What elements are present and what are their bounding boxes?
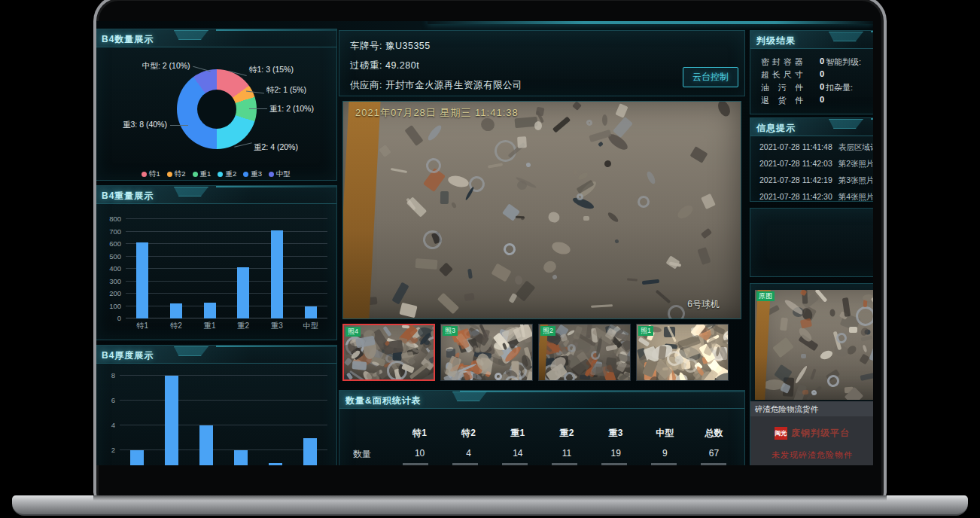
- bar-特1: [136, 242, 148, 318]
- weight-bar-chart: 0100200300400500600700800特1特2重1重2重3中型: [126, 219, 327, 318]
- bar-column: 重2: [227, 219, 260, 318]
- thumbnail-photo3[interactable]: 照3: [440, 324, 533, 381]
- smart-grading-label: 智能判级:: [826, 56, 861, 68]
- thumbnail-photo2[interactable]: 照2: [538, 324, 631, 381]
- thumbnail-photo1[interactable]: 照1: [636, 324, 729, 381]
- scrap-piece: [344, 358, 352, 366]
- bar-column: 特1: [120, 376, 154, 465]
- info-panel-header: 信息提示: [750, 118, 873, 136]
- scrap-piece: [415, 258, 437, 270]
- column-header: 特1: [395, 427, 444, 440]
- donut-callout: 重2: 4 (20%): [254, 142, 298, 153]
- table-cell: 4: [444, 448, 493, 461]
- bar-label: 特2: [160, 321, 193, 331]
- scrap-piece: [607, 212, 619, 224]
- legend-item: 中型: [269, 169, 291, 179]
- legend-dot: [142, 172, 147, 177]
- ptz-control-button[interactable]: 云台控制: [683, 67, 738, 87]
- scrap-piece: [473, 373, 477, 379]
- dashboard-screen: B4数量展示 中型: 2 (10%) 特1: 3 (15%) 特2: 1 (5%…: [96, 21, 873, 465]
- scrap-piece: [516, 216, 525, 219]
- scrap-piece: [800, 318, 812, 328]
- bar-column: 重1: [193, 219, 227, 318]
- legend-item: 特1: [142, 169, 160, 179]
- scrap-piece: [627, 279, 638, 282]
- scrap-piece: [426, 123, 443, 142]
- legend-item: 特2: [167, 169, 186, 179]
- bar-重2: [237, 267, 249, 318]
- thickness-bar-chart: 2468特1特2重1重2重3中型: [120, 376, 327, 465]
- log-text: 第3张照片表层开始计算: [838, 175, 873, 184]
- scrap-piece: [502, 242, 518, 257]
- bar-重3: [271, 230, 283, 318]
- scrap-piece: [514, 275, 523, 285]
- scrap-piece: [572, 101, 582, 111]
- scrap-piece: [689, 147, 708, 164]
- grading-value: 0: [820, 56, 824, 66]
- scrap-piece: [666, 256, 680, 270]
- bar-label: 特1: [126, 321, 160, 331]
- bar-label: 重3: [260, 321, 294, 331]
- scrap-piece: [645, 171, 656, 186]
- scrap-piece: [794, 365, 808, 385]
- log-time: 2021-07-28 11:42:30: [759, 192, 832, 201]
- scrap-piece: [802, 361, 811, 365]
- grading-label: 退货件: [761, 95, 803, 106]
- table-cell: 19: [592, 448, 641, 461]
- scrap-piece: [614, 239, 619, 244]
- bar-column: 中型: [293, 376, 327, 465]
- scrap-piece: [348, 253, 367, 264]
- donut-callout: 中型: 2 (10%): [142, 61, 190, 72]
- table-header-row: 特1 特2 重1 重2 重3 中型 总数: [348, 427, 738, 440]
- log-text: 第4张照片表层开始计算: [838, 192, 873, 201]
- table-cell: 9: [641, 448, 689, 461]
- thickness-panel-header: B4厚度展示: [96, 346, 336, 364]
- axis-tick: 400: [103, 264, 121, 273]
- weight-panel-header: B4重量展示: [96, 186, 336, 204]
- scrap-piece: [862, 345, 867, 353]
- bar-column: 中型: [294, 219, 327, 318]
- grading-row: 油污件0: [761, 82, 803, 93]
- table-cell: 14: [493, 448, 542, 461]
- scrap-piece: [659, 346, 667, 360]
- thumbnail-tag: 照3: [443, 326, 458, 336]
- bar-重1: [199, 425, 213, 465]
- scrap-piece: [577, 172, 589, 181]
- grading-row: 超长尺寸0: [761, 69, 803, 81]
- scrap-piece: [602, 114, 607, 126]
- scrap-piece: [399, 303, 417, 318]
- empty-side-panel: [750, 208, 873, 277]
- legend-item: 重2: [218, 169, 236, 179]
- scrap-piece: [420, 228, 444, 252]
- legend-dot: [218, 172, 223, 177]
- weight-panel-title: B4重量展示: [96, 186, 154, 203]
- scrap-piece: [810, 368, 817, 379]
- scrap-piece: [552, 274, 558, 280]
- detection-warning-text: 未发现碎渣危险物件: [750, 449, 873, 461]
- weight-value: 49.280t: [385, 60, 419, 71]
- scrap-piece: [641, 279, 659, 285]
- scrap-piece: [833, 344, 850, 358]
- log-line: 2021-07-28 11:42:19第3张照片表层开始计算: [759, 175, 873, 186]
- weight-label: 过磅重:: [350, 60, 382, 71]
- scrap-piece: [662, 367, 668, 371]
- bar-column: 重1: [189, 376, 224, 465]
- bar-column: 重2: [224, 376, 258, 465]
- axis-tick: 0: [103, 314, 121, 322]
- scrap-piece: [552, 117, 571, 133]
- grading-value: 0: [820, 82, 824, 91]
- axis-tick: 700: [103, 227, 121, 236]
- scrap-piece: [598, 141, 604, 147]
- scrap-piece: [616, 103, 628, 117]
- donut-callout: 重3: 8 (40%): [123, 120, 167, 130]
- log-time: 2021-07-28 11:42:19: [759, 175, 832, 184]
- column-header: 总数: [689, 427, 738, 440]
- legend-label: 特1: [149, 169, 160, 179]
- thumbnail-photo4[interactable]: 照4: [342, 324, 435, 381]
- scrap-piece: [780, 318, 788, 331]
- scrap-piece: [379, 145, 391, 157]
- scrap-piece: [842, 297, 851, 317]
- donut-callout: 特2: 1 (5%): [266, 85, 306, 96]
- scrap-piece: [467, 268, 473, 279]
- quantity-panel: B4数量展示 中型: 2 (10%) 特1: 3 (15%) 特2: 1 (5%…: [96, 29, 337, 181]
